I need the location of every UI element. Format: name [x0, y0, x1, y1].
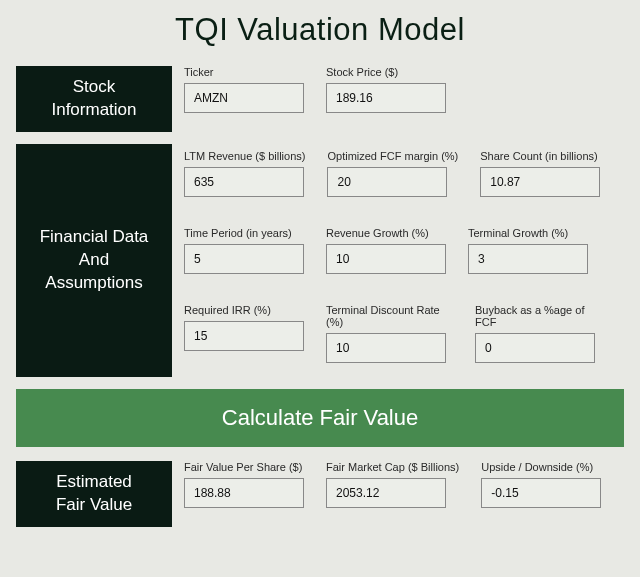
page-title: TQI Valuation Model — [0, 0, 640, 66]
input-time-period[interactable] — [184, 244, 304, 274]
input-ticker[interactable] — [184, 83, 304, 113]
section-financial-data: Financial DataAndAssumptions LTM Revenue… — [0, 144, 640, 377]
field-required-irr: Required IRR (%) — [184, 304, 304, 363]
field-upside-downside: Upside / Downside (%) — [481, 461, 601, 508]
field-ticker: Ticker — [184, 66, 304, 113]
field-time-period: Time Period (in years) — [184, 227, 304, 274]
label-terminal-growth: Terminal Growth (%) — [468, 227, 588, 239]
field-buyback: Buyback as a %age of FCF — [475, 304, 602, 363]
field-share-count: Share Count (in billions) — [480, 150, 600, 197]
label-revenue-growth: Revenue Growth (%) — [326, 227, 446, 239]
field-terminal-growth: Terminal Growth (%) — [468, 227, 588, 274]
field-fair-value-per-share: Fair Value Per Share ($) — [184, 461, 304, 508]
field-revenue-growth: Revenue Growth (%) — [326, 227, 446, 274]
field-fcf-margin: Optimized FCF margin (%) — [327, 150, 458, 197]
input-ltm-revenue[interactable] — [184, 167, 304, 197]
label-fair-value-per-share: Fair Value Per Share ($) — [184, 461, 304, 473]
input-buyback[interactable] — [475, 333, 595, 363]
label-buyback: Buyback as a %age of FCF — [475, 304, 602, 328]
field-stock-price: Stock Price ($) — [326, 66, 446, 113]
input-required-irr[interactable] — [184, 321, 304, 351]
section-stock-information: StockInformation Ticker Stock Price ($) — [0, 66, 640, 132]
section-estimated-fair-value: EstimatedFair Value Fair Value Per Share… — [0, 461, 640, 527]
label-ltm-revenue: LTM Revenue ($ billions) — [184, 150, 305, 162]
label-fair-market-cap: Fair Market Cap ($ Billions) — [326, 461, 459, 473]
label-time-period: Time Period (in years) — [184, 227, 304, 239]
label-ticker: Ticker — [184, 66, 304, 78]
input-upside-downside[interactable] — [481, 478, 601, 508]
input-stock-price[interactable] — [326, 83, 446, 113]
input-terminal-growth[interactable] — [468, 244, 588, 274]
field-fair-market-cap: Fair Market Cap ($ Billions) — [326, 461, 459, 508]
input-fair-market-cap[interactable] — [326, 478, 446, 508]
section-heading-estimated: EstimatedFair Value — [16, 461, 172, 527]
label-fcf-margin: Optimized FCF margin (%) — [327, 150, 458, 162]
label-share-count: Share Count (in billions) — [480, 150, 600, 162]
label-required-irr: Required IRR (%) — [184, 304, 304, 316]
field-terminal-discount: Terminal Discount Rate (%) — [326, 304, 453, 363]
label-terminal-discount: Terminal Discount Rate (%) — [326, 304, 453, 328]
calculate-fair-value-button[interactable]: Calculate Fair Value — [16, 389, 624, 447]
input-fcf-margin[interactable] — [327, 167, 447, 197]
field-ltm-revenue: LTM Revenue ($ billions) — [184, 150, 305, 197]
section-heading-financial: Financial DataAndAssumptions — [16, 144, 172, 377]
input-revenue-growth[interactable] — [326, 244, 446, 274]
label-upside-downside: Upside / Downside (%) — [481, 461, 601, 473]
input-fair-value-per-share[interactable] — [184, 478, 304, 508]
section-heading-stock: StockInformation — [16, 66, 172, 132]
input-terminal-discount[interactable] — [326, 333, 446, 363]
input-share-count[interactable] — [480, 167, 600, 197]
label-stock-price: Stock Price ($) — [326, 66, 446, 78]
